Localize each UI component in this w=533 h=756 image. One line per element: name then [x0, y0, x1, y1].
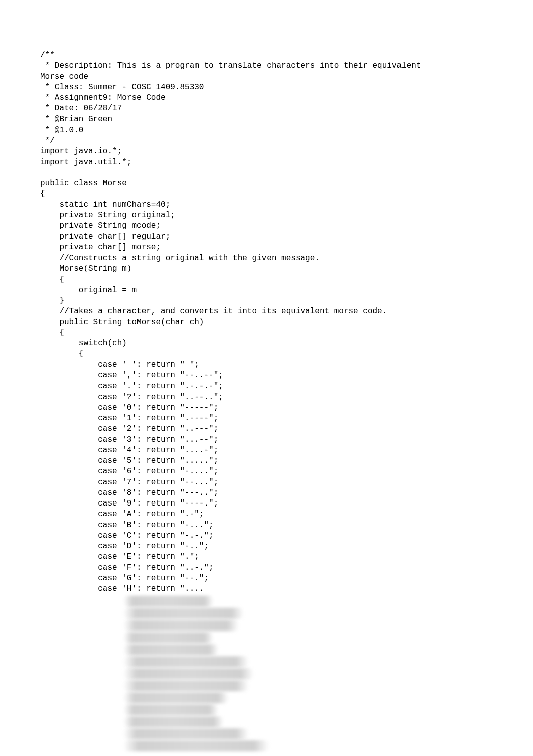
blurred-code-line	[123, 716, 224, 727]
blurred-code-line	[123, 608, 244, 619]
blurred-code-line	[123, 656, 249, 667]
blurred-code-line	[123, 728, 249, 739]
blurred-code-line	[123, 620, 239, 631]
blurred-code-line	[123, 632, 214, 643]
blurred-code-line	[123, 644, 219, 655]
blurred-code-line	[123, 740, 269, 751]
blurred-code-line	[123, 704, 219, 715]
code-listing: /** * Description: This is a program to …	[40, 50, 493, 595]
document-page: /** * Description: This is a program to …	[0, 0, 533, 756]
blurred-code-line	[123, 692, 229, 703]
blurred-code-line	[123, 668, 254, 679]
blurred-code-line	[123, 680, 249, 691]
blurred-code-line	[123, 596, 214, 607]
blurred-preview-area	[40, 596, 493, 751]
